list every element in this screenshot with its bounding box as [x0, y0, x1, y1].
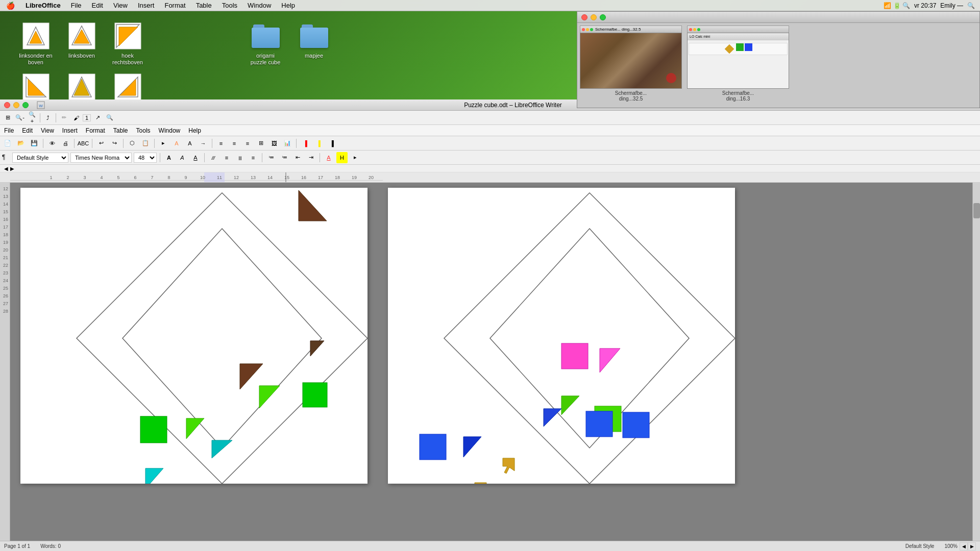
- desktop-icon-linksboven[interactable]: linksboven: [61, 20, 102, 59]
- vertical-scrollbar[interactable]: [972, 183, 980, 541]
- tb-brush[interactable]: 🖌: [70, 112, 82, 123]
- screenshot-thumb-2[interactable]: LO Calc mini Schermafbe..: [687, 26, 789, 105]
- writer-minimize-button[interactable]: [13, 102, 19, 108]
- tb-save[interactable]: 💾: [29, 138, 40, 149]
- menu-tools[interactable]: Tools: [217, 0, 242, 11]
- screenshot-thumb-1-title: Schermafbe... ding...32.5: [595, 27, 641, 32]
- tb-indent-less[interactable]: ⇤: [292, 152, 303, 163]
- menu-format[interactable]: Format: [159, 0, 190, 11]
- tb-align-left[interactable]: ⫻: [208, 152, 219, 163]
- tb-open[interactable]: 📂: [15, 138, 27, 149]
- tb-format3[interactable]: ≡: [242, 138, 253, 149]
- apple-menu[interactable]: 🍎: [0, 2, 20, 10]
- tb-indent-more[interactable]: ⇥: [305, 152, 316, 163]
- tb-more[interactable]: ▸: [158, 138, 169, 149]
- svg-text:3: 3: [83, 175, 86, 180]
- tb-font-bg[interactable]: ▐: [326, 138, 337, 149]
- user-name: Emily —: [940, 2, 963, 9]
- svg-marker-68: [463, 437, 481, 457]
- menu-help[interactable]: Help: [276, 0, 300, 11]
- minimize-button[interactable]: [591, 14, 597, 20]
- writer-maximize-button[interactable]: [22, 102, 29, 108]
- tb-insert-img[interactable]: 🖼: [268, 138, 280, 149]
- tb-zoom-out[interactable]: 🔍-: [14, 112, 26, 123]
- writer-menu-format[interactable]: Format: [82, 125, 109, 136]
- tb-bold[interactable]: A: [163, 152, 175, 163]
- writer-menu-view[interactable]: View: [37, 125, 58, 136]
- writer-menu-window[interactable]: Window: [155, 125, 185, 136]
- status-page-nav-right[interactable]: ▶: [968, 542, 976, 550]
- tb-italic[interactable]: A: [177, 152, 188, 163]
- tb-font-color2[interactable]: A: [323, 152, 334, 163]
- menu-window[interactable]: Window: [242, 0, 276, 11]
- search-icon[interactable]: 🔍: [967, 2, 975, 9]
- style-select[interactable]: Default Style: [12, 153, 68, 163]
- status-page-nav-left[interactable]: ◀: [960, 542, 968, 550]
- menu-file[interactable]: File: [66, 0, 87, 11]
- tb-move[interactable]: ↗: [92, 112, 103, 123]
- tb-spellcheck[interactable]: ABC: [78, 138, 89, 149]
- size-select[interactable]: 48: [134, 153, 157, 163]
- tb-undo[interactable]: ↩: [95, 138, 107, 149]
- writer-menu-table[interactable]: Table: [109, 125, 132, 136]
- scrollbar-thumb[interactable]: [973, 203, 980, 218]
- tb-highlight[interactable]: A: [171, 138, 182, 149]
- tb-pencil[interactable]: ✏: [58, 112, 69, 123]
- tb-number-field[interactable]: 1: [83, 114, 91, 121]
- tb-search-inline[interactable]: 🔍: [104, 112, 115, 123]
- writer-menu-file[interactable]: File: [0, 125, 18, 136]
- tb-print[interactable]: 🖨: [60, 138, 71, 149]
- writer-menu-help[interactable]: Help: [184, 125, 205, 136]
- writer-menu-insert[interactable]: Insert: [58, 125, 82, 136]
- svg-marker-61: [600, 348, 620, 372]
- tb-view-mode[interactable]: ⊞: [2, 112, 13, 123]
- ln-27: 27: [0, 300, 10, 308]
- tb-more2[interactable]: ▸: [350, 152, 361, 163]
- close-button[interactable]: [581, 14, 587, 20]
- tb-insert-table[interactable]: ⊞: [255, 138, 266, 149]
- tb-arrow-tools[interactable]: →: [198, 138, 209, 149]
- scroll-left-arrow[interactable]: ◀: [4, 166, 8, 171]
- tb-align-opts[interactable]: ≡: [215, 138, 227, 149]
- tb-align-right[interactable]: ⫼: [234, 152, 246, 163]
- tb-paste[interactable]: 📋: [140, 138, 151, 149]
- tb-format2[interactable]: ≡: [229, 138, 240, 149]
- tb-highlight2[interactable]: H: [336, 152, 348, 163]
- menu-view[interactable]: View: [108, 0, 133, 11]
- tb-redo[interactable]: ↪: [109, 138, 120, 149]
- desktop-icon-linksonder-en-boven[interactable]: linksonder enboven: [15, 20, 56, 66]
- desktop-icon-mapjee[interactable]: mapjee: [293, 20, 334, 59]
- menu-libreoffice[interactable]: LibreOffice: [20, 0, 66, 11]
- desktop-icon-origami[interactable]: origamipuzzle cube: [245, 20, 286, 66]
- tb-paragraph-icon[interactable]: ¶: [2, 154, 10, 162]
- tb-align-center[interactable]: ≡: [221, 152, 232, 163]
- doc-area: 12 13 14 15 16 17 18 19 20 21 22 23 24 2…: [0, 183, 980, 541]
- tb-new[interactable]: 📄: [2, 138, 13, 149]
- tb-zoom-in[interactable]: 🔍+: [27, 112, 38, 123]
- tb-line-color[interactable]: ▐: [313, 138, 324, 149]
- ln-23: 23: [0, 269, 10, 277]
- desktop-icon-hoek-rechtsboven[interactable]: hoekrechtsboven: [107, 20, 148, 66]
- tb-bullet-list[interactable]: ≔: [279, 152, 290, 163]
- menu-edit[interactable]: Edit: [87, 0, 108, 11]
- tb-shapes[interactable]: ⬡: [127, 138, 138, 149]
- tb-justify[interactable]: ≡: [248, 152, 259, 163]
- screenshot-thumb-1[interactable]: Schermafbe... ding...32.5 Schermafbe...d…: [580, 26, 682, 105]
- writer-close-button[interactable]: [4, 102, 10, 108]
- tb-share[interactable]: ⤴: [42, 112, 54, 123]
- svg-text:20: 20: [369, 175, 374, 180]
- menu-table[interactable]: Table: [191, 0, 217, 11]
- scroll-right-arrow[interactable]: ▶: [10, 166, 14, 171]
- font-select[interactable]: Times New Roma: [70, 153, 132, 163]
- tb-underline[interactable]: A: [190, 152, 201, 163]
- writer-menu-tools[interactable]: Tools: [132, 125, 155, 136]
- menu-insert[interactable]: Insert: [133, 0, 160, 11]
- writer-menu-edit[interactable]: Edit: [18, 125, 37, 136]
- tb-insert-chart[interactable]: 📊: [282, 138, 293, 149]
- doc-scroll[interactable]: [10, 183, 972, 541]
- tb-print-preview[interactable]: 👁: [46, 138, 58, 149]
- tb-font-color[interactable]: A: [184, 138, 195, 149]
- tb-color-fill[interactable]: ▐: [300, 138, 311, 149]
- maximize-button[interactable]: [600, 14, 606, 20]
- tb-num-list[interactable]: ≔: [265, 152, 277, 163]
